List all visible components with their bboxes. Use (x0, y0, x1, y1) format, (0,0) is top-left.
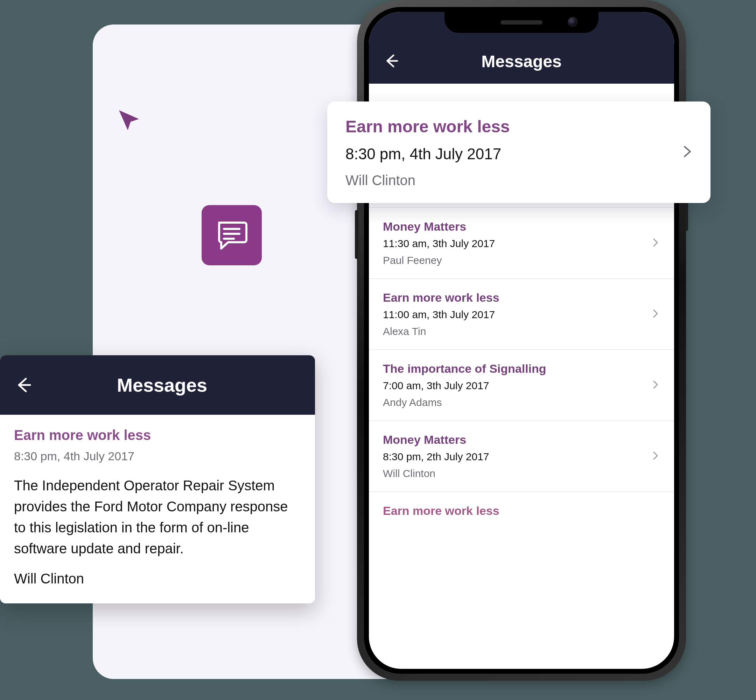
message-row[interactable]: Money Matters 8:30 pm, 2th July 2017 Wil… (369, 421, 674, 492)
message-timestamp: 11:00 am, 3th July 2017 (383, 309, 660, 320)
message-timestamp: 7:00 am, 3th July 2017 (383, 380, 660, 392)
featured-timestamp: 8:30 pm, 4th July 2017 (345, 145, 692, 163)
detail-subject: Earn more work less (14, 427, 301, 443)
detail-body: The Independent Operator Repair System p… (14, 475, 301, 559)
chevron-right-icon (651, 380, 660, 391)
featured-subject: Earn more work less (345, 117, 692, 136)
message-subject: The importance of Signalling (383, 362, 660, 375)
app-header-title: Messages (481, 52, 561, 71)
chevron-right-icon (651, 309, 660, 320)
phone-speaker (500, 20, 542, 25)
back-arrow-icon[interactable] (383, 52, 400, 71)
message-detail-card: Messages Earn more work less 8:30 pm, 4t… (0, 355, 315, 603)
phone-camera (568, 17, 578, 27)
message-author: Paul Feeney (383, 255, 660, 266)
chevron-right-icon (651, 451, 660, 462)
detail-header: Messages (0, 355, 315, 415)
message-author: Alexa Tin (383, 325, 660, 338)
message-author: Andy Adams (383, 397, 660, 408)
cursor-icon (117, 108, 142, 133)
featured-message-card[interactable]: Earn more work less 8:30 pm, 4th July 20… (327, 102, 711, 203)
phone-notch (445, 12, 598, 33)
message-timestamp: 11:30 am, 3th July 2017 (383, 238, 660, 250)
chevron-right-icon (680, 145, 694, 160)
message-row[interactable]: Earn more work less 11:00 am, 3th July 2… (369, 279, 674, 350)
phone-side-button (355, 210, 358, 259)
chat-icon (201, 205, 262, 265)
message-subject: Earn more work less (383, 504, 660, 518)
stage: Messages Earn more work less 8:30 pm, 4t… (0, 0, 756, 700)
message-row[interactable]: Money Matters 11:30 am, 3th July 2017 Pa… (369, 208, 674, 279)
message-author: Will Clinton (383, 467, 660, 480)
detail-header-title: Messages (117, 374, 207, 396)
message-subject: Money Matters (383, 220, 660, 233)
message-row[interactable]: Earn more work less (369, 492, 674, 522)
message-subject: Earn more work less (383, 291, 660, 305)
detail-author: Will Clinton (14, 571, 301, 587)
featured-author: Will Clinton (345, 173, 692, 188)
chevron-right-icon (651, 238, 660, 248)
message-subject: Money Matters (383, 433, 660, 447)
message-row[interactable]: The importance of Signalling 7:00 am, 3t… (369, 350, 674, 421)
message-timestamp: 8:30 pm, 2th July 2017 (383, 451, 660, 463)
detail-timestamp: 8:30 pm, 4th July 2017 (14, 449, 301, 463)
